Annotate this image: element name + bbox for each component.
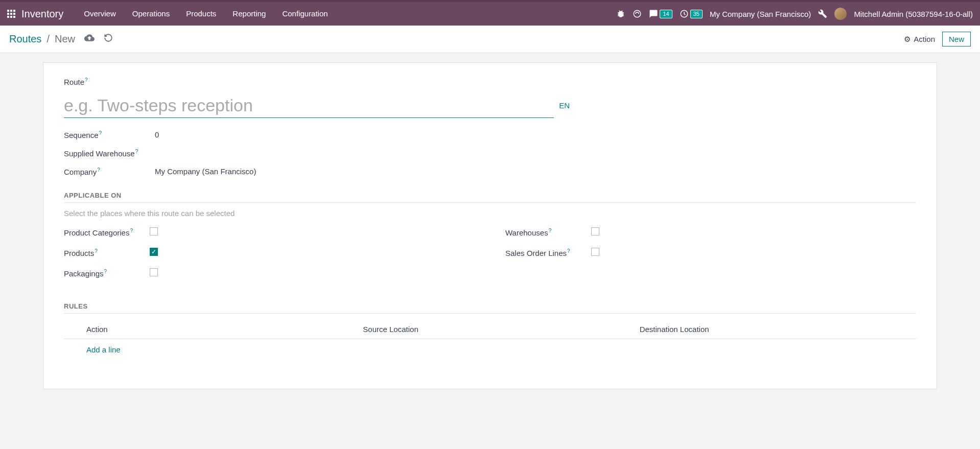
breadcrumb-separator: / — [46, 33, 50, 45]
warehouses-checkbox[interactable] — [591, 227, 599, 235]
form-sheet: Route? EN Sequence? 0 Supplied Warehouse… — [43, 62, 937, 389]
product-categories-checkbox[interactable] — [150, 227, 158, 235]
sequence-label: Sequence? — [64, 128, 155, 139]
apps-icon[interactable] — [7, 10, 15, 18]
systray: 14 35 My Company (San Francisco) Mitchel… — [616, 8, 976, 20]
tools-icon[interactable] — [818, 9, 827, 18]
action-label: Action — [914, 35, 935, 43]
discard-icon[interactable] — [104, 33, 113, 45]
lang-badge[interactable]: EN — [559, 101, 570, 111]
help-icon[interactable]: ? — [567, 248, 570, 254]
rules-table: Action Source Location Destination Locat… — [64, 320, 916, 354]
add-line-button[interactable]: Add a line — [64, 339, 916, 354]
products-label: Products? — [64, 246, 150, 257]
rules-col-action: Action — [86, 325, 363, 334]
breadcrumb-current: New — [55, 33, 75, 45]
messages-icon[interactable]: 14 — [649, 9, 672, 18]
route-input[interactable] — [64, 93, 554, 118]
cloud-save-icon[interactable] — [84, 33, 95, 45]
company-switcher[interactable]: My Company (San Francisco) — [710, 10, 811, 18]
nav-operations[interactable]: Operations — [124, 2, 178, 26]
product-categories-label: Product Categories? — [64, 226, 150, 237]
nav-overview[interactable]: Overview — [76, 2, 124, 26]
avatar[interactable] — [834, 8, 847, 20]
status-icons — [84, 33, 113, 45]
help-icon[interactable]: ? — [99, 130, 102, 136]
activities-icon[interactable]: 35 — [680, 9, 703, 18]
packagings-checkbox[interactable] — [150, 268, 158, 276]
sequence-value[interactable]: 0 — [155, 128, 159, 139]
activities-badge: 35 — [690, 10, 703, 18]
action-dropdown[interactable]: Action — [904, 35, 935, 44]
rules-col-source: Source Location — [363, 325, 639, 334]
rules-section-title: RULES — [64, 302, 916, 314]
packagings-label: Packagings? — [64, 267, 150, 278]
help-icon[interactable]: ? — [130, 228, 133, 233]
nav-menu: Overview Operations Products Reporting C… — [76, 2, 336, 26]
user-menu[interactable]: Mitchell Admin (50387594-16-0-all) — [854, 10, 973, 18]
help-icon[interactable]: ? — [549, 228, 552, 233]
control-bar: Routes / New Action New — [0, 26, 980, 53]
breadcrumb: Routes / New — [9, 33, 75, 45]
support-icon[interactable] — [633, 9, 642, 18]
sales-order-lines-checkbox[interactable] — [591, 248, 599, 256]
messages-badge: 14 — [660, 10, 672, 18]
breadcrumb-parent[interactable]: Routes — [9, 33, 41, 45]
rules-col-dest: Destination Location — [640, 325, 916, 334]
supplied-warehouse-label: Supplied Warehouse? — [64, 147, 155, 158]
products-checkbox[interactable] — [150, 248, 158, 256]
route-label: Route? — [64, 75, 155, 86]
sales-order-lines-label: Sales Order Lines? — [505, 246, 591, 257]
applicable-section-title: APPLICABLE ON — [64, 192, 916, 203]
help-icon[interactable]: ? — [95, 248, 98, 254]
warehouses-label: Warehouses? — [505, 226, 591, 237]
topbar: Inventory Overview Operations Products R… — [0, 0, 980, 26]
help-icon[interactable]: ? — [104, 269, 107, 274]
nav-products[interactable]: Products — [178, 2, 224, 26]
company-label: Company? — [64, 165, 155, 176]
help-icon[interactable]: ? — [97, 167, 100, 173]
svg-point-0 — [634, 10, 641, 17]
new-button[interactable]: New — [942, 32, 971, 46]
company-value[interactable]: My Company (San Francisco) — [155, 165, 256, 176]
debug-icon[interactable] — [616, 9, 625, 18]
help-icon[interactable]: ? — [85, 77, 88, 83]
help-icon[interactable]: ? — [135, 149, 138, 154]
nav-reporting[interactable]: Reporting — [224, 2, 274, 26]
applicable-help: Select the places where this route can b… — [64, 209, 916, 218]
app-title[interactable]: Inventory — [21, 8, 63, 20]
gear-icon — [904, 35, 911, 44]
nav-configuration[interactable]: Configuration — [274, 2, 336, 26]
